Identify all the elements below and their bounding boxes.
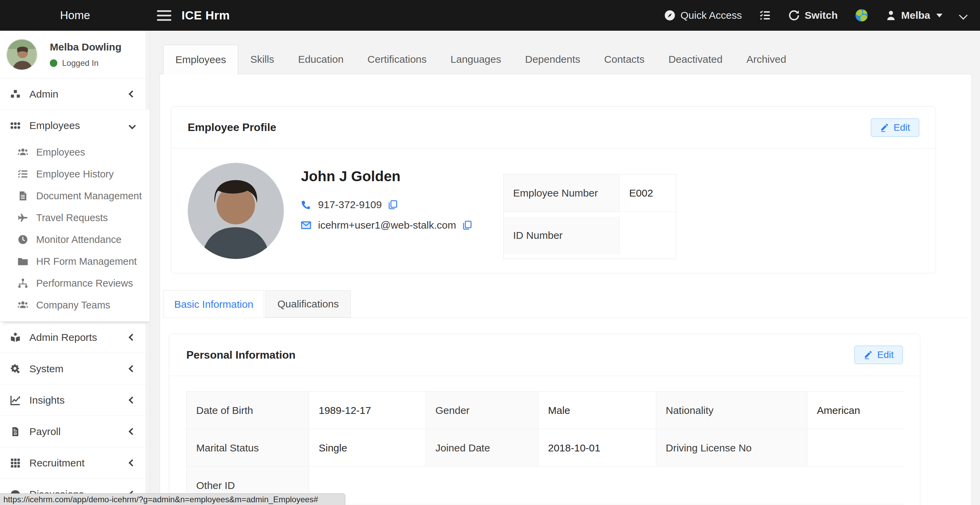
sidebar-group-payroll[interactable]: Payroll [0,416,150,447]
subtab-basic-information[interactable]: Basic Information [164,290,264,318]
field-value [309,467,904,504]
top-navbar: Home ICE Hrm Quick Access [0,0,980,31]
plane-icon [18,213,28,223]
tab-education[interactable]: Education [286,45,355,74]
sidebar-item-company-teams[interactable]: Company Teams [0,294,150,316]
personal-information-table: Date of Birth 1989-12-17 Gender Male Nat… [186,391,904,504]
tab-dependents[interactable]: Dependents [513,45,592,74]
employee-profile-title: Employee Profile [188,121,277,134]
sidebar-item-document-management[interactable]: Document Management [0,185,150,207]
personal-information-card: Personal Information Edit Date of Birth … [169,334,920,505]
field-label: Date of Birth [187,392,309,429]
cubes-icon [10,89,21,99]
personal-information-title: Personal Information [186,349,296,362]
employee-email: icehrm+user1@web-stalk.com [318,220,456,231]
meta-value: E002 [620,174,676,212]
grid-dots-icon [10,121,21,131]
chevron-left-icon [129,459,136,467]
chevron-down-icon [959,11,967,19]
tab-contacts[interactable]: Contacts [592,45,657,74]
sidebar-item-employees[interactable]: Employees [0,141,150,163]
employee-name: John J Golden [301,168,472,185]
edit-profile-button[interactable]: Edit [871,118,919,137]
envelope-icon [301,220,311,230]
tasks-button[interactable] [760,10,770,21]
icehrm-app-window: Home ICE Hrm Quick Access [0,0,980,505]
field-value [807,429,904,467]
field-label: Gender [426,392,538,429]
sidebar-group-employees[interactable]: Employees [0,110,150,141]
tab-skills[interactable]: Skills [238,45,286,74]
tab-employees[interactable]: Employees [163,45,238,74]
tasks-icon [760,10,770,21]
sidebar-group-admin-reports[interactable]: Admin Reports [0,322,150,353]
field-value: Single [309,429,426,467]
edit-personal-information-button[interactable]: Edit [854,346,903,364]
chart-line-icon [10,395,21,405]
field-label: Driving License No [656,429,807,467]
collapse-navbar-chevron[interactable] [960,12,966,18]
employee-meta-table: Employee Number E002 ID Number [503,174,676,259]
sidebar-group-system[interactable]: System [0,353,150,384]
sidebar-group-admin[interactable]: Admin [0,78,150,110]
clock-icon [18,234,28,245]
sidebar-group-employees-open: Employees Employees Employee History [0,110,150,322]
sidebar-item-monitor-attendance[interactable]: Monitor Attendance [0,229,150,250]
sidebar-item-travel-requests[interactable]: Travel Requests [0,207,150,229]
logged-user-name: Melba Dowling [50,41,121,53]
hamburger-menu-icon[interactable] [157,10,171,21]
meta-value [620,217,676,254]
copy-icon[interactable] [388,200,398,210]
quick-access-button[interactable]: Quick Access [664,10,742,21]
folder-icon [18,256,28,266]
field-value: American [807,392,904,429]
field-label: Joined Date [426,429,538,467]
users-icon [18,147,28,157]
tab-deactivated[interactable]: Deactivated [657,45,734,74]
field-label: Nationality [656,392,807,429]
tab-archived[interactable]: Archived [734,45,798,74]
tab-languages[interactable]: Languages [439,45,513,74]
sidebar-item-employee-history[interactable]: Employee History [0,163,150,185]
status-dot-icon [50,59,57,67]
tab-certifications[interactable]: Certifications [356,45,439,74]
sidebar-group-recruitment[interactable]: Recruitment [0,447,150,479]
users-icon [18,300,28,310]
switch-icon [788,10,800,21]
sidebar-group-insights[interactable]: Insights [0,384,150,416]
module-tabs: Employees Skills Education Certification… [150,31,980,74]
document-icon [18,191,28,201]
sidebar: Melba Dowling Logged In Admin Employees [0,31,150,505]
copy-icon[interactable] [462,220,472,230]
chevron-down-icon [129,122,136,129]
field-value: Male [538,392,656,429]
user-icon [886,10,896,21]
grid-squares-icon [10,458,21,468]
diagram-icon [18,278,28,288]
pencil-icon [880,123,889,132]
chevron-left-icon [129,428,136,435]
home-link[interactable]: Home [0,9,150,22]
tab-content-panel: Employee Profile Edit John J Golden [160,74,972,505]
sidebar-item-performance-reviews[interactable]: Performance Reviews [0,272,150,294]
language-globe-button[interactable] [856,9,868,21]
phone-icon [301,200,311,210]
subtab-qualifications[interactable]: Qualifications [266,290,351,318]
globe-icon [856,9,868,21]
gears-icon [10,364,21,374]
app-brand: ICE Hrm [181,8,230,22]
meta-label: ID Number [504,217,620,254]
book-reader-icon [10,332,21,343]
employee-email-row: icehrm+user1@web-stalk.com [301,220,472,231]
user-menu[interactable]: Melba [886,10,942,21]
link-url-statusbar: https://icehrm.com/app/demo-icehrm/?g=ad… [0,494,345,505]
compass-icon [664,10,676,21]
sidebar-item-hr-form-management[interactable]: HR Form Management [0,250,150,272]
switch-button[interactable]: Switch [788,10,838,21]
chevron-left-icon [129,365,136,372]
sidebar-profile: Melba Dowling Logged In [0,31,150,78]
field-value: 2018-10-01 [538,429,656,467]
employee-photo [188,163,284,259]
status-label: Logged In [62,58,99,68]
caret-down-icon [936,14,942,18]
